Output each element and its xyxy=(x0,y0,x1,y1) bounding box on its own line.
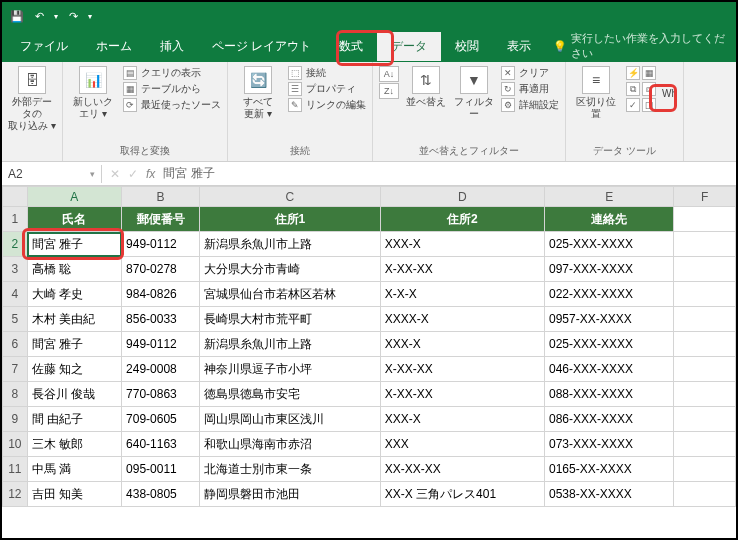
cell[interactable]: 和歌山県海南市赤沼 xyxy=(200,432,381,457)
new-query-button[interactable]: 📊新しいク エリ ▾ xyxy=(69,66,117,120)
cell[interactable]: X-X-X xyxy=(380,282,544,307)
cell[interactable] xyxy=(674,257,736,282)
row-header[interactable]: 10 xyxy=(3,432,28,457)
properties-button[interactable]: ☰プロパティ xyxy=(288,82,366,96)
cell[interactable]: XX-X 三角パレス401 xyxy=(380,482,544,507)
cell[interactable]: XXX-X xyxy=(380,332,544,357)
cell[interactable]: 間宮 雅子 xyxy=(27,232,121,257)
cell[interactable]: 025-XXX-XXXX xyxy=(545,232,674,257)
cell[interactable] xyxy=(674,382,736,407)
cell[interactable]: 三木 敏郎 xyxy=(27,432,121,457)
text-to-columns-button[interactable]: ≡区切り位置 xyxy=(572,66,620,120)
cell[interactable]: 856-0033 xyxy=(122,307,200,332)
tab-formulas[interactable]: 数式 xyxy=(325,32,377,61)
connections-button[interactable]: ⬚接続 xyxy=(288,66,366,80)
edit-links-button[interactable]: ✎リンクの編集 xyxy=(288,98,366,112)
cell[interactable]: XXX-X xyxy=(380,407,544,432)
cell[interactable]: 0165-XX-XXXX xyxy=(545,457,674,482)
cell[interactable]: 249-0008 xyxy=(122,357,200,382)
refresh-all-button[interactable]: 🔄すべて 更新 ▾ xyxy=(234,66,282,120)
tab-view[interactable]: 表示 xyxy=(493,32,545,61)
cell[interactable]: 073-XXX-XXXX xyxy=(545,432,674,457)
cell[interactable]: XXXX-X xyxy=(380,307,544,332)
worksheet-grid[interactable]: A B C D E F 1 氏名 郵便番号 住所1 住所2 連絡先 2 間宮 雅… xyxy=(2,186,736,507)
cell[interactable]: 新潟県糸魚川市上路 xyxy=(200,332,381,357)
header-addr1[interactable]: 住所1 xyxy=(200,207,381,232)
row-header[interactable]: 12 xyxy=(3,482,28,507)
header-zip[interactable]: 郵便番号 xyxy=(122,207,200,232)
undo-dropdown-icon[interactable]: ▾ xyxy=(54,12,58,21)
get-external-data-button[interactable]: 🗄外部データの 取り込み ▾ xyxy=(8,66,56,132)
cell[interactable] xyxy=(674,432,736,457)
cell[interactable] xyxy=(674,482,736,507)
cell[interactable]: 高橋 聡 xyxy=(27,257,121,282)
cell[interactable]: 北海道士別市東一条 xyxy=(200,457,381,482)
remove-duplicates-icon[interactable]: ⧉ xyxy=(626,82,640,96)
reapply-button[interactable]: ↻再適用 xyxy=(501,82,559,96)
cell[interactable]: XX-XX-XX xyxy=(380,457,544,482)
cell[interactable]: 大崎 孝史 xyxy=(27,282,121,307)
header-addr2[interactable]: 住所2 xyxy=(380,207,544,232)
row-header[interactable]: 8 xyxy=(3,382,28,407)
cell[interactable] xyxy=(674,207,736,232)
cell[interactable]: 046-XXX-XXXX xyxy=(545,357,674,382)
enter-icon[interactable]: ✓ xyxy=(128,167,138,181)
cell[interactable] xyxy=(674,332,736,357)
row-header[interactable]: 11 xyxy=(3,457,28,482)
recent-sources-button[interactable]: ⟳最近使ったソース xyxy=(123,98,221,112)
show-queries-button[interactable]: ▤クエリの表示 xyxy=(123,66,221,80)
cell[interactable]: 088-XXX-XXXX xyxy=(545,382,674,407)
cell[interactable]: 徳島県徳島市安宅 xyxy=(200,382,381,407)
cell[interactable]: 静岡県磐田市池田 xyxy=(200,482,381,507)
col-header-a[interactable]: A xyxy=(27,187,121,207)
cell[interactable]: 神奈川県逗子市小坪 xyxy=(200,357,381,382)
row-header[interactable]: 6 xyxy=(3,332,28,357)
data-validation-icon[interactable]: ✓ xyxy=(626,98,640,112)
relationships-icon[interactable]: ⧈ xyxy=(642,82,656,96)
filter-button[interactable]: ▼フィルター xyxy=(453,66,495,120)
row-header[interactable]: 9 xyxy=(3,407,28,432)
select-all-corner[interactable] xyxy=(3,187,28,207)
col-header-c[interactable]: C xyxy=(200,187,381,207)
undo-icon[interactable]: ↶ xyxy=(32,9,46,23)
cell[interactable]: 097-XXX-XXXX xyxy=(545,257,674,282)
save-icon[interactable]: 💾 xyxy=(10,9,24,23)
tab-file[interactable]: ファイル xyxy=(6,32,82,61)
col-header-b[interactable]: B xyxy=(122,187,200,207)
cell[interactable]: 709-0605 xyxy=(122,407,200,432)
cell[interactable]: 間宮 雅子 xyxy=(27,332,121,357)
row-header[interactable]: 3 xyxy=(3,257,28,282)
cancel-icon[interactable]: ✕ xyxy=(110,167,120,181)
tab-review[interactable]: 校閲 xyxy=(441,32,493,61)
advanced-button[interactable]: ⚙詳細設定 xyxy=(501,98,559,112)
cell[interactable]: 086-XXX-XXXX xyxy=(545,407,674,432)
tell-me[interactable]: 💡実行したい作業を入力してください xyxy=(553,31,732,61)
cell[interactable]: 770-0863 xyxy=(122,382,200,407)
cell[interactable]: 095-0011 xyxy=(122,457,200,482)
cell[interactable]: 870-0278 xyxy=(122,257,200,282)
col-header-e[interactable]: E xyxy=(545,187,674,207)
col-header-f[interactable]: F xyxy=(674,187,736,207)
col-header-d[interactable]: D xyxy=(380,187,544,207)
cell[interactable] xyxy=(674,457,736,482)
cell[interactable] xyxy=(674,232,736,257)
formula-bar[interactable]: 間宮 雅子 xyxy=(163,165,214,182)
cell[interactable]: 中馬 満 xyxy=(27,457,121,482)
cell[interactable]: 984-0826 xyxy=(122,282,200,307)
cell[interactable]: 吉田 知美 xyxy=(27,482,121,507)
cell[interactable]: 025-XXX-XXXX xyxy=(545,332,674,357)
row-header-1[interactable]: 1 xyxy=(3,207,28,232)
tab-layout[interactable]: ページ レイアウト xyxy=(198,32,325,61)
cell[interactable]: 間 由紀子 xyxy=(27,407,121,432)
row-header[interactable]: 7 xyxy=(3,357,28,382)
header-name[interactable]: 氏名 xyxy=(27,207,121,232)
tab-insert[interactable]: 挿入 xyxy=(146,32,198,61)
cell[interactable]: 岡山県岡山市東区浅川 xyxy=(200,407,381,432)
cell[interactable]: 0538-XX-XXXX xyxy=(545,482,674,507)
cell[interactable] xyxy=(674,307,736,332)
cell[interactable]: XXX xyxy=(380,432,544,457)
cell[interactable]: XXX-X xyxy=(380,232,544,257)
fx-icon[interactable]: fx xyxy=(146,167,155,181)
cell[interactable]: X-XX-XX xyxy=(380,357,544,382)
manage-model-icon[interactable]: ◫ xyxy=(642,98,656,112)
